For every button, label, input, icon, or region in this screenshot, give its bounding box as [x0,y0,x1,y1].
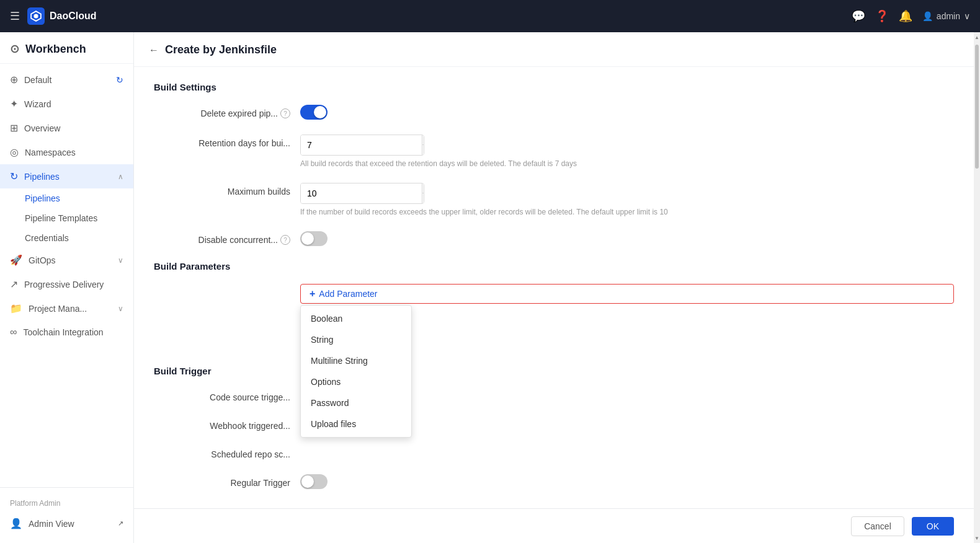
code-source-trigger-row: Code source trigge... [154,389,954,402]
delete-expired-label: Delete expired pip... ? [154,105,290,118]
add-parameter-row: + Add Parameter Boolean String Multiline… [154,284,954,304]
sidebar-sub-item-credentials[interactable]: Credentials [25,228,133,248]
toolchain-label: Toolchain Integration [23,327,123,337]
admin-view-icon: 👤 [10,518,22,529]
sidebar-item-default[interactable]: ⊕ Default ↻ [0,68,133,92]
sidebar-item-gitops[interactable]: 🚀 GitOps ∨ [0,248,133,272]
dropdown-item-multiline-string[interactable]: Multiline String [301,350,411,371]
delete-expired-toggle[interactable] [300,105,327,120]
default-label: Default [24,75,110,85]
retention-days-down-button[interactable]: ▼ [422,145,424,155]
back-arrow-button[interactable]: ← [149,45,159,56]
admin-user-menu[interactable]: 👤 admin ∨ [922,11,970,21]
right-scrollbar[interactable]: ▲ ▼ [974,32,980,543]
wizard-label: Wizard [24,99,123,109]
disable-concurrent-label: Disable concurrent... ? [154,231,290,245]
disable-concurrent-toggle[interactable] [300,231,327,246]
disable-concurrent-help-icon[interactable]: ? [280,235,290,245]
navbar: ☰ DaoCloud 💬 ❓ 🔔 👤 admin ∨ [0,0,980,32]
sidebar-item-progressive-delivery[interactable]: ↗ Progressive Delivery [0,272,133,296]
maximum-builds-input[interactable] [301,183,422,203]
refresh-icon[interactable]: ↻ [116,75,123,85]
pipelines-chevron-up-icon: ∧ [118,172,123,181]
cancel-button[interactable]: Cancel [851,516,904,536]
add-parameter-dropdown: Boolean String Multiline String Options … [300,305,412,438]
wizard-icon: ✦ [10,98,18,110]
sidebar-sub-item-pipelines[interactable]: Pipelines [25,188,133,208]
ok-button[interactable]: OK [912,517,954,536]
namespaces-icon: ◎ [10,146,19,158]
disable-concurrent-toggle-thumb [301,232,314,245]
pipelines-label: Pipelines [24,172,112,182]
disable-concurrent-control [300,231,954,246]
webhook-triggered-row: Webhook triggered... [154,417,954,431]
chat-icon[interactable]: 💬 [852,9,865,23]
sidebar-item-project-management[interactable]: 📁 Project Mana... ∨ [0,296,133,320]
scheduled-repo-row: Scheduled repo sc... [154,446,954,459]
scroll-down-button[interactable]: ▼ [974,533,980,543]
regular-trigger-row: Regular Trigger [154,474,954,489]
dropdown-item-upload-files[interactable]: Upload files [301,413,411,435]
help-icon[interactable]: ❓ [875,9,889,23]
delete-expired-help-icon[interactable]: ? [280,108,290,118]
add-parameter-label: Add Parameter [319,289,377,299]
sidebar-workbench: ⊙ Workbench [0,32,133,64]
dropdown-item-boolean[interactable]: Boolean [301,308,411,329]
sidebar-sub-item-pipeline-templates[interactable]: Pipeline Templates [25,208,133,228]
maximum-builds-down-button[interactable]: ▼ [422,193,424,203]
daocloud-logo-icon [27,7,45,25]
retention-days-up-button[interactable]: ▲ [422,135,424,145]
toolchain-icon: ∞ [10,327,17,338]
retention-days-spinners: ▲ ▼ [422,135,424,155]
maximum-builds-up-button[interactable]: ▲ [422,183,424,193]
main-layout: ⊙ Workbench ⊕ Default ↻ ✦ Wizard ⊞ Overv… [0,32,980,543]
disable-concurrent-row: Disable concurrent... ? [154,231,954,246]
regular-trigger-toggle-thumb [301,475,314,488]
sidebar-item-pipelines[interactable]: ↻ Pipelines ∧ [0,164,133,188]
sidebar-item-namespaces[interactable]: ◎ Namespaces [0,140,133,164]
gitops-chevron-icon: ∨ [118,256,123,265]
plus-icon: + [310,288,315,299]
content-main: ← Create by Jenkinsfile Build Settings D… [134,32,980,543]
content-scroll[interactable]: Build Settings Delete expired pip... ? [134,67,974,508]
admin-view-label: Admin View [29,519,112,529]
scrollbar-thumb[interactable] [975,45,979,169]
notification-icon[interactable]: 🔔 [899,9,912,23]
workbench-label: Workbench [25,43,86,56]
dropdown-item-password[interactable]: Password [301,392,411,413]
sidebar-item-toolchain-integration[interactable]: ∞ Toolchain Integration [0,320,133,344]
sidebar-item-admin-view[interactable]: 👤 Admin View ↗ [0,511,133,536]
regular-trigger-toggle[interactable] [300,474,327,489]
platform-admin-label: Platform Admin [0,495,133,511]
delete-expired-control [300,105,954,120]
retention-days-row: Retention days for bui... ▲ ▼ All build … [154,135,954,168]
navbar-right: 💬 ❓ 🔔 👤 admin ∨ [852,9,970,23]
dropdown-item-string[interactable]: String [301,329,411,350]
content-header: ← Create by Jenkinsfile [134,32,974,67]
webhook-triggered-label: Webhook triggered... [154,417,290,431]
sidebar-item-overview[interactable]: ⊞ Overview [0,116,133,140]
page-title: Create by Jenkinsfile [165,43,277,56]
code-source-trigger-label: Code source trigge... [154,389,290,402]
default-icon: ⊕ [10,74,18,86]
project-management-label: Project Mana... [29,304,112,314]
maximum-builds-label: Maximum builds [154,183,290,196]
footer-bar: Cancel OK [134,508,974,543]
add-parameter-button[interactable]: + Add Parameter [300,284,954,304]
namespaces-label: Namespaces [25,148,123,157]
maximum-builds-row: Maximum builds ▲ ▼ If the number of buil… [154,183,954,216]
overview-label: Overview [24,123,123,133]
retention-days-input[interactable] [301,135,422,155]
hamburger-icon[interactable]: ☰ [10,9,20,23]
navbar-left: ☰ DaoCloud [10,7,97,25]
scheduled-repo-label: Scheduled repo sc... [154,446,290,459]
sidebar-item-wizard[interactable]: ✦ Wizard [0,92,133,116]
maximum-builds-spinners: ▲ ▼ [422,183,424,203]
project-management-chevron-icon: ∨ [118,304,123,313]
dropdown-item-options[interactable]: Options [301,371,411,392]
add-parameter-control: + Add Parameter Boolean String Multiline… [300,284,954,304]
overview-icon: ⊞ [10,122,18,134]
build-trigger-title: Build Trigger [154,366,954,376]
maximum-builds-control: ▲ ▼ If the number of build records excee… [300,183,954,216]
scroll-up-button[interactable]: ▲ [974,32,980,42]
